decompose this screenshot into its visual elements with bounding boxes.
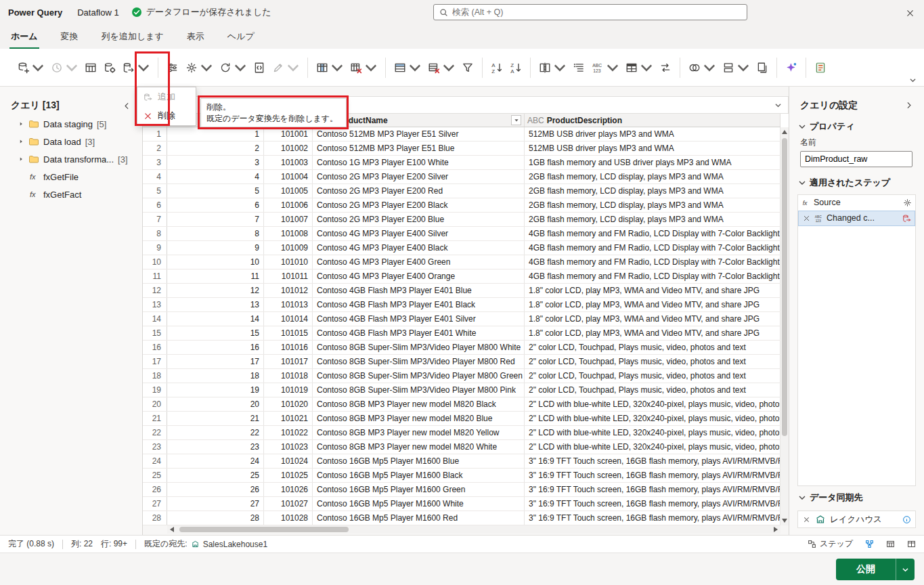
cell-product-name[interactable]: Contoso 4G MP3 Player E400 Orange bbox=[313, 269, 525, 283]
scroll-up-icon[interactable] bbox=[780, 127, 789, 137]
cell-product-name[interactable]: Contoso 4GB Flash MP3 Player E401 Blue bbox=[313, 284, 525, 297]
cell-product-description[interactable]: 2" LCD with blue-white LED, 320x240-pixe… bbox=[525, 426, 780, 439]
cell-product-name[interactable]: Contoso 16GB Mp5 Player M1600 Red bbox=[313, 511, 525, 525]
cell-col1[interactable]: 11 bbox=[167, 269, 264, 283]
cell-product-name[interactable]: Contoso 16GB Mp5 Player M1600 Black bbox=[313, 469, 525, 482]
cell-col2[interactable]: 101025 bbox=[264, 469, 313, 482]
filter-button[interactable] bbox=[458, 56, 477, 80]
cell-product-description[interactable]: 512MB USB driver plays MP3 and WMA bbox=[525, 142, 780, 155]
cell-col1[interactable]: 22 bbox=[167, 426, 264, 439]
row-number[interactable]: 23 bbox=[143, 440, 167, 454]
cell-col1[interactable]: 6 bbox=[167, 198, 264, 212]
cell-col2[interactable]: 101027 bbox=[264, 497, 313, 511]
row-number[interactable]: 28 bbox=[143, 511, 167, 525]
cell-col1[interactable]: 20 bbox=[167, 397, 264, 411]
cell-product-name[interactable]: Contoso 2G MP3 Player E200 Red bbox=[313, 184, 525, 198]
cell-col1[interactable]: 3 bbox=[167, 156, 264, 169]
table-row[interactable]: 1212101012Contoso 4GB Flash MP3 Player E… bbox=[143, 284, 780, 298]
table-row[interactable]: 2727101027Contoso 16GB Mp5 Player M1600 … bbox=[143, 497, 780, 511]
cell-product-name[interactable]: Contoso 4GB Flash MP3 Player E401 White bbox=[313, 326, 525, 340]
cell-product-description[interactable]: 3" 16:9 TFT Touch screen, 16GB flash mem… bbox=[525, 469, 780, 482]
cell-col1[interactable]: 25 bbox=[167, 469, 264, 482]
row-number[interactable]: 18 bbox=[143, 369, 167, 383]
cell-col2[interactable]: 101026 bbox=[264, 483, 313, 496]
table-row[interactable]: 55101005Contoso 2G MP3 Player E200 Red2G… bbox=[143, 184, 780, 198]
cell-product-description[interactable]: 2" LCD with blue-white LED, 320x240-pixe… bbox=[525, 412, 780, 425]
table-row[interactable]: 2121101021Contoso 8GB MP3 Player new mod… bbox=[143, 412, 780, 426]
ribbon-tab[interactable]: 表示 bbox=[185, 26, 206, 49]
table-row[interactable]: 1515101015Contoso 4GB Flash MP3 Player E… bbox=[143, 326, 780, 341]
row-number[interactable]: 7 bbox=[143, 213, 167, 226]
info-icon[interactable] bbox=[902, 515, 911, 524]
dataflow-name[interactable]: Dataflow 1 bbox=[77, 7, 118, 18]
cell-col1[interactable]: 13 bbox=[167, 298, 264, 311]
data-destination-button[interactable] bbox=[119, 56, 153, 80]
gear-icon[interactable] bbox=[903, 198, 912, 207]
group-by-button[interactable] bbox=[569, 56, 588, 80]
ai-insights-button[interactable] bbox=[782, 56, 801, 80]
cell-product-description[interactable]: 2GB flash memory, LCD display, plays MP3… bbox=[525, 170, 780, 183]
row-number[interactable]: 10 bbox=[143, 255, 167, 269]
cell-col1[interactable]: 10 bbox=[167, 255, 264, 269]
cell-product-name[interactable]: Contoso 4GB Flash MP3 Player E401 Silver bbox=[313, 312, 525, 326]
cell-product-name[interactable]: Contoso 2G MP3 Player E200 Blue bbox=[313, 213, 525, 226]
merge-queries-button[interactable] bbox=[685, 56, 719, 80]
cell-col1[interactable]: 5 bbox=[167, 184, 264, 198]
cell-col2[interactable]: 101022 bbox=[264, 426, 313, 439]
row-number[interactable]: 27 bbox=[143, 497, 167, 511]
use-first-row-button[interactable] bbox=[622, 56, 656, 80]
column-filter-icon[interactable] bbox=[511, 115, 521, 125]
table-row[interactable]: 2626101026Contoso 16GB Mp5 Player M1600 … bbox=[143, 483, 780, 497]
table-row[interactable]: 44101004Contoso 2G MP3 Player E200 Silve… bbox=[143, 170, 780, 184]
table-row[interactable]: 2020101020Contoso 8GB MP3 Player new mod… bbox=[143, 397, 780, 412]
cell-col1[interactable]: 27 bbox=[167, 497, 264, 511]
cell-col2[interactable]: 101014 bbox=[264, 312, 313, 326]
query-item-data-load[interactable]: Data load[3] bbox=[0, 133, 142, 150]
cell-product-name[interactable]: Contoso 16GB Mp5 Player M1600 White bbox=[313, 497, 525, 511]
table-row[interactable]: 1111101011Contoso 4G MP3 Player E400 Ora… bbox=[143, 269, 780, 284]
append-queries-button[interactable] bbox=[719, 56, 753, 80]
table-row[interactable]: 2424101024Contoso 16GB Mp5 Player M1600 … bbox=[143, 454, 780, 469]
cell-col1[interactable]: 21 bbox=[167, 412, 264, 425]
sort-descending-button[interactable]: ZA bbox=[506, 56, 525, 80]
cell-product-name[interactable]: Contoso 512MB MP3 Player E51 Silver bbox=[313, 127, 525, 141]
cell-product-description[interactable]: 1.8" color LCD, play MP3, WMA and Video … bbox=[525, 312, 780, 326]
scroll-right-icon[interactable] bbox=[771, 525, 780, 534]
remove-columns-button[interactable] bbox=[347, 56, 380, 80]
table-row[interactable]: 33101003Contoso 1G MP3 Player E100 White… bbox=[143, 156, 780, 170]
cell-col2[interactable]: 101019 bbox=[264, 383, 313, 397]
remove-rows-button[interactable] bbox=[424, 56, 458, 80]
cell-product-description[interactable]: 2" LCD with blue-white LED, 320x240-pixe… bbox=[525, 440, 780, 454]
cell-col1[interactable]: 26 bbox=[167, 483, 264, 496]
cell-col1[interactable]: 1 bbox=[167, 127, 264, 141]
horizontal-scrollbar[interactable] bbox=[167, 525, 780, 534]
row-number[interactable]: 13 bbox=[143, 298, 167, 311]
row-number[interactable]: 25 bbox=[143, 469, 167, 482]
steps-view-button[interactable]: ステップ bbox=[808, 538, 853, 550]
cell-product-name[interactable]: Contoso 4G MP3 Player E400 Green bbox=[313, 255, 525, 269]
cell-col1[interactable]: 14 bbox=[167, 312, 264, 326]
cell-product-name[interactable]: Contoso 16GB Mp5 Player M1600 Green bbox=[313, 483, 525, 496]
row-number[interactable]: 16 bbox=[143, 341, 167, 354]
cell-col1[interactable]: 19 bbox=[167, 383, 264, 397]
recent-sources-button[interactable] bbox=[47, 56, 81, 80]
cell-product-description[interactable]: 2" color LCD, Touchpad, Plays music, vid… bbox=[525, 383, 780, 397]
data-view-button[interactable] bbox=[886, 540, 895, 548]
cell-product-name[interactable]: Contoso 512MB MP3 Player E51 Blue bbox=[313, 142, 525, 155]
row-number[interactable]: 14 bbox=[143, 312, 167, 326]
query-item-data-transforma-[interactable]: Data transforma...[3] bbox=[0, 150, 142, 168]
table-row[interactable]: 1313101013Contoso 4GB Flash MP3 Player E… bbox=[143, 298, 780, 312]
vertical-scrollbar[interactable] bbox=[780, 127, 789, 525]
cell-col1[interactable]: 8 bbox=[167, 227, 264, 240]
default-destination[interactable]: 既定の宛先: SalesLakehouse1 bbox=[144, 538, 267, 550]
refresh-button[interactable] bbox=[216, 56, 250, 80]
cell-product-name[interactable]: Contoso 16GB Mp5 Player M1600 Blue bbox=[313, 454, 525, 468]
cell-col2[interactable]: 101020 bbox=[264, 397, 313, 411]
data-destination-section-header[interactable]: データ同期先 bbox=[789, 486, 924, 506]
table-row[interactable]: 2323101023Contoso 8GB MP3 Player new mod… bbox=[143, 440, 780, 454]
properties-section-header[interactable]: プロパティ bbox=[789, 115, 924, 135]
destination-alert-icon[interactable] bbox=[902, 214, 911, 223]
cell-product-name[interactable]: Contoso 8GB MP3 Player new model M820 Wh… bbox=[313, 440, 525, 454]
query-name-input[interactable] bbox=[800, 151, 912, 167]
table-row[interactable]: 1919101019Contoso 8GB Super-Slim MP3/Vid… bbox=[143, 383, 780, 397]
